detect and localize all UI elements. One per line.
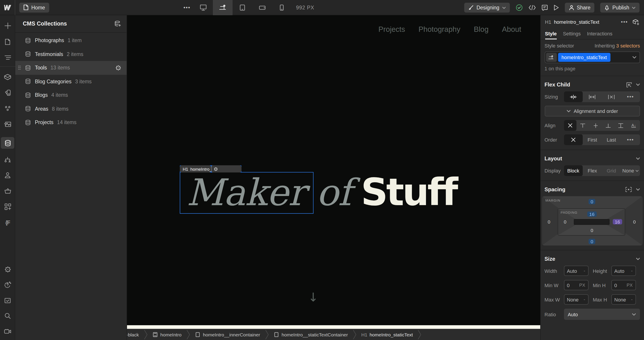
audit-checklist-icon[interactable] — [0, 295, 15, 306]
margin-right-value[interactable]: 0 — [633, 219, 636, 224]
margin-top-value[interactable]: 0 — [588, 199, 596, 204]
add-elements-icon[interactable] — [0, 20, 15, 31]
sizing-grow-option[interactable] — [583, 91, 602, 102]
selection-settings-gear-icon[interactable] — [211, 165, 242, 173]
collection-row-areas[interactable]: Areas 8 items — [15, 102, 126, 116]
collapse-section-icon[interactable] — [636, 188, 640, 191]
select-parent-icon[interactable] — [626, 82, 632, 88]
min-width-unit[interactable]: PX — [579, 283, 585, 288]
breadcrumb-item-statictextcontainer[interactable]: homeIntro__staticTextContainer — [268, 329, 353, 340]
collection-row-tools[interactable]: Tools 13 items — [15, 61, 126, 75]
settings-icon[interactable] — [0, 263, 15, 275]
display-block-option[interactable]: Block — [564, 165, 583, 176]
nav-link-blog[interactable]: Blog — [474, 25, 488, 34]
alignment-and-order-toggle[interactable]: Alignment and order — [544, 106, 640, 116]
margin-left-value[interactable]: 0 — [548, 219, 550, 224]
collection-settings-gear-icon[interactable] — [115, 65, 121, 71]
display-flex-option[interactable]: Flex — [583, 165, 602, 176]
nav-link-photography[interactable]: Photography — [418, 25, 460, 34]
min-width-input[interactable]: 0 PX — [564, 280, 588, 290]
drag-handle-icon[interactable] — [18, 66, 21, 70]
max-height-unit[interactable]: - — [631, 297, 632, 302]
navigator-icon[interactable] — [0, 52, 15, 63]
nav-link-about[interactable]: About — [502, 25, 521, 34]
order-first-option[interactable]: First — [583, 134, 602, 145]
ratio-dropdown[interactable]: Auto — [564, 309, 640, 320]
breakpoint-desktop-base[interactable] — [213, 0, 232, 15]
max-width-input[interactable]: None - — [564, 294, 588, 305]
tab-style[interactable]: Style — [545, 31, 557, 39]
saved-check-icon[interactable] — [516, 4, 522, 11]
width-unit[interactable]: - — [584, 268, 585, 273]
min-height-unit[interactable]: PX — [626, 283, 632, 288]
style-guide-icon[interactable] — [0, 87, 15, 99]
padding-top-value[interactable]: 16 — [587, 212, 596, 217]
order-last-option[interactable]: Last — [602, 134, 621, 145]
breadcrumb-item-black[interactable]: --black — [127, 329, 144, 340]
padding-left-value[interactable]: 0 — [564, 219, 566, 224]
cms-collections-icon[interactable] — [1, 137, 14, 149]
nav-link-projects[interactable]: Projects — [378, 25, 405, 34]
tab-settings[interactable]: Settings — [563, 31, 581, 39]
collection-row-photographs[interactable]: Photographs 1 item — [15, 34, 126, 47]
class-selector-input[interactable]: homeIntro_staticText — [544, 52, 640, 63]
collapse-section-icon[interactable] — [636, 258, 640, 260]
finsweet-extension-icon[interactable]: {F — [0, 217, 15, 228]
collection-row-projects[interactable]: Projects 14 items — [15, 116, 126, 129]
align-end-option[interactable] — [602, 120, 615, 131]
breadcrumb-item-statictext-current[interactable]: H1 homeIntro_staticText — [356, 329, 418, 340]
display-grid-option[interactable]: Grid — [602, 165, 621, 176]
logic-icon[interactable] — [0, 154, 15, 166]
align-none-option[interactable] — [564, 120, 576, 131]
hero-bold-text[interactable]: Stuff — [361, 170, 456, 214]
collection-row-testimonials[interactable]: Testimonials 2 items — [15, 47, 126, 61]
element-more-options-icon[interactable]: ••• — [621, 19, 628, 25]
breakpoint-phone-portrait[interactable] — [272, 0, 292, 15]
sizing-none-option[interactable] — [602, 91, 621, 102]
width-input[interactable]: Auto - — [564, 266, 588, 276]
collapse-section-icon[interactable] — [636, 83, 640, 86]
breadcrumb-item-innercontainer[interactable]: homeIntro__innerContainer — [190, 329, 265, 340]
search-icon[interactable] — [0, 310, 15, 322]
publish-button[interactable]: Publish — [600, 3, 640, 13]
components-icon[interactable] — [0, 71, 15, 83]
padding-bottom-value[interactable]: 0 — [590, 228, 593, 233]
video-tutorials-icon[interactable] — [0, 326, 15, 337]
users-icon[interactable] — [0, 169, 15, 181]
ecommerce-icon[interactable] — [0, 185, 15, 197]
collapse-section-icon[interactable] — [636, 157, 640, 160]
code-export-icon[interactable] — [528, 5, 536, 10]
height-input[interactable]: Auto - — [611, 266, 636, 276]
order-more-option[interactable]: ••• — [621, 134, 640, 145]
align-stretch-option[interactable] — [614, 120, 627, 131]
padding-right-value[interactable]: 16 — [612, 219, 622, 224]
align-center-option[interactable] — [589, 120, 602, 131]
inheriting-selectors-link[interactable]: 3 selectors — [616, 43, 640, 48]
breakpoint-desktop-large[interactable] — [193, 0, 213, 15]
more-breakpoints-icon[interactable]: ••• — [181, 5, 193, 11]
comments-icon[interactable] — [541, 5, 548, 11]
max-height-input[interactable]: None - — [611, 294, 636, 305]
sizing-more-option[interactable]: ••• — [621, 91, 640, 102]
mode-dropdown[interactable]: Designing — [464, 3, 510, 13]
create-component-icon[interactable] — [632, 19, 640, 25]
add-collection-icon[interactable] — [114, 20, 121, 27]
spacing-mode-icon[interactable] — [625, 187, 632, 192]
collection-row-blog-categories[interactable]: Blog Categories 3 items — [15, 75, 126, 88]
tab-interactions[interactable]: Interactions — [587, 31, 612, 39]
apps-icon[interactable] — [0, 201, 15, 212]
align-baseline-option[interactable]: A↓ — [627, 120, 640, 131]
help-icon[interactable] — [0, 279, 15, 290]
margin-bottom-value[interactable]: 0 — [588, 239, 596, 244]
min-height-input[interactable]: 0 PX — [611, 280, 636, 290]
sizing-shrink-option[interactable] — [564, 91, 583, 102]
pages-icon[interactable] — [0, 36, 15, 48]
breakpoint-tablet[interactable] — [232, 0, 252, 15]
align-start-option[interactable] — [576, 120, 589, 131]
preview-play-icon[interactable] — [554, 5, 559, 11]
breakpoint-indicator-icon[interactable] — [546, 53, 556, 62]
active-class-pill[interactable]: homeIntro_staticText — [558, 53, 610, 62]
design-canvas[interactable]: Projects Photography Blog About Maker of… — [127, 15, 540, 340]
order-none-option[interactable] — [564, 134, 583, 145]
webflow-logo[interactable] — [0, 0, 15, 15]
